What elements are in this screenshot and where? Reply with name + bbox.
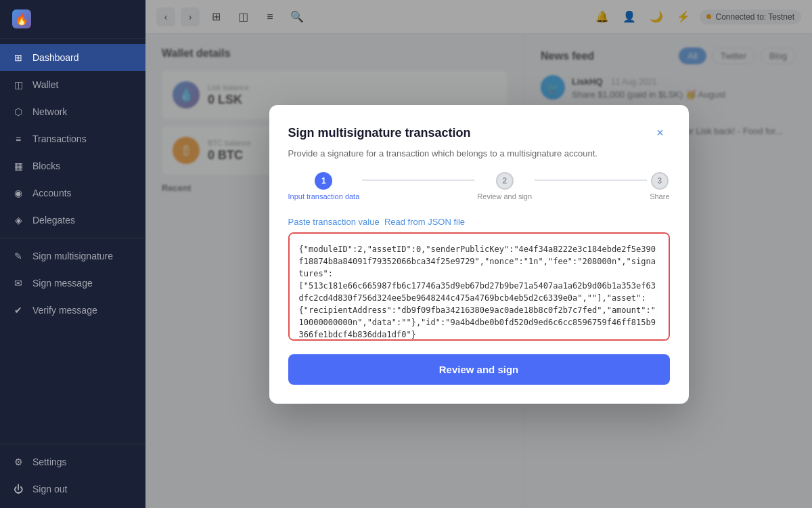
sign-multisig-modal: Sign multisignature transaction × Provid…	[269, 105, 689, 404]
step-3-label: Share	[650, 192, 669, 200]
paste-label: Paste transaction value Read from JSON f…	[288, 217, 670, 227]
accounts-icon: ◉	[12, 187, 24, 199]
wallet-icon: ◫	[12, 79, 24, 91]
sidebar-label-sign-multisig: Sign multisignature	[32, 251, 113, 261]
sidebar-item-accounts[interactable]: ◉ Accounts	[0, 179, 145, 207]
modal-header: Sign multisignature transaction ×	[288, 124, 670, 143]
step-3: 3 Share	[650, 172, 669, 200]
sidebar-logo: 🔥	[0, 0, 145, 39]
sidebar-item-verify-message[interactable]: ✔ Verify message	[0, 297, 145, 324]
main-area: ‹ › ⊞ ◫ ≡ 🔍 🔔 👤 🌙 ⚡ Connected to: Testne…	[145, 0, 812, 508]
blocks-icon: ▦	[12, 160, 24, 172]
verify-message-icon: ✔	[12, 304, 24, 316]
review-sign-button[interactable]: Review and sign	[288, 354, 670, 385]
sidebar-label-delegates: Delegates	[32, 215, 75, 226]
sidebar-item-wallet[interactable]: ◫ Wallet	[0, 71, 145, 98]
sign-message-icon: ✉	[12, 277, 24, 289]
sidebar-bottom: ⚙ Settings ⏻ Sign out	[0, 440, 145, 503]
sidebar-nav: ⊞ Dashboard ◫ Wallet ⬡ Network ≡ Transac…	[0, 39, 145, 508]
sign-multisig-icon: ✎	[12, 250, 24, 262]
sidebar-label-settings: Settings	[32, 457, 67, 467]
modal-title: Sign multisignature transaction	[288, 126, 471, 140]
sidebar-item-delegates[interactable]: ◈ Delegates	[0, 207, 145, 234]
step-2-circle: 2	[496, 172, 514, 190]
step-line-2	[535, 179, 647, 181]
sidebar-label-blocks: Blocks	[32, 161, 60, 171]
tx-value-input[interactable]	[288, 232, 670, 341]
sidebar-label-verify-message: Verify message	[32, 305, 97, 316]
step-1-label: Input transaction data	[288, 192, 360, 200]
sidebar-item-settings[interactable]: ⚙ Settings	[0, 448, 145, 475]
modal-overlay: Sign multisignature transaction × Provid…	[145, 0, 812, 508]
read-from-json-link[interactable]: Read from JSON file	[384, 217, 465, 227]
sidebar-item-transactions[interactable]: ≡ Transactions	[0, 125, 145, 152]
sign-out-icon: ⏻	[12, 483, 24, 495]
dashboard-icon: ⊞	[12, 51, 24, 64]
app-logo-icon: 🔥	[12, 9, 31, 28]
step-1: 1 Input transaction data	[288, 172, 360, 200]
step-2: 2 Review and sign	[477, 172, 532, 200]
sidebar-label-sign-message: Sign message	[32, 278, 93, 289]
sidebar-item-sign-message[interactable]: ✉ Sign message	[0, 270, 145, 297]
sidebar-label-dashboard: Dashboard	[32, 52, 79, 63]
sidebar-label-transactions: Transactions	[32, 133, 87, 144]
sidebar-item-blocks[interactable]: ▦ Blocks	[0, 152, 145, 179]
transactions-icon: ≡	[12, 133, 24, 145]
sidebar-label-accounts: Accounts	[32, 188, 72, 198]
nav-divider-2	[0, 444, 145, 444]
sidebar-item-sign-multisig[interactable]: ✎ Sign multisignature	[0, 242, 145, 270]
modal-close-button[interactable]: ×	[651, 124, 670, 143]
sidebar-item-sign-out[interactable]: ⏻ Sign out	[0, 475, 145, 503]
network-icon: ⬡	[12, 106, 24, 118]
sidebar-label-wallet: Wallet	[32, 79, 58, 90]
sidebar-label-sign-out: Sign out	[32, 484, 67, 494]
modal-stepper: 1 Input transaction data 2 Review and si…	[288, 172, 670, 200]
sidebar: 🔥 ⊞ Dashboard ◫ Wallet ⬡ Network ≡ Trans…	[0, 0, 145, 508]
sidebar-item-network[interactable]: ⬡ Network	[0, 98, 145, 125]
sidebar-label-network: Network	[32, 106, 67, 117]
delegates-icon: ◈	[12, 214, 24, 226]
sidebar-item-dashboard[interactable]: ⊞ Dashboard	[0, 44, 145, 71]
modal-subtitle: Provide a signature for a transaction wh…	[288, 148, 670, 158]
step-2-label: Review and sign	[477, 192, 532, 200]
step-1-circle: 1	[315, 172, 332, 190]
modal-actions: Review and sign	[288, 354, 670, 385]
step-3-circle: 3	[651, 172, 669, 190]
step-line-1	[362, 179, 474, 181]
nav-divider-1	[0, 238, 145, 238]
settings-icon: ⚙	[12, 456, 24, 468]
